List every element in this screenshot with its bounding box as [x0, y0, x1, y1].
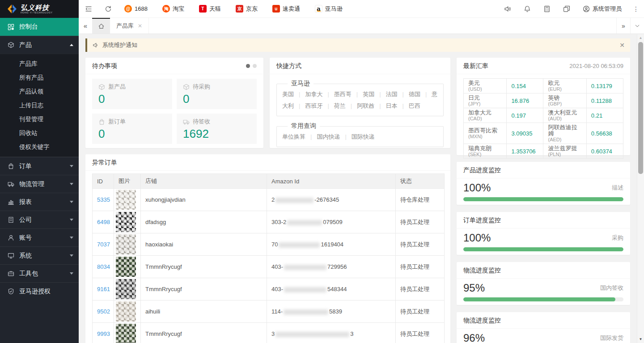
sidebar-subitem[interactable]: 回收站: [0, 126, 79, 140]
truck-icon: [183, 119, 190, 125]
orders-table: ID 图片 店铺 Amazon Id 状态 5335: [92, 174, 445, 343]
theme-layout-button[interactable]: [557, 0, 576, 18]
shortcut-link[interactable]: 巴西: [398, 102, 420, 109]
tabs-menu-button[interactable]: [630, 18, 644, 34]
sidebar-subitem[interactable]: 上传日志: [0, 98, 79, 112]
sidebar-item-label: 物流管理: [19, 180, 44, 188]
refresh-button[interactable]: [98, 0, 118, 18]
marketplace-link[interactable]: 京 京东: [236, 5, 258, 13]
rate-row: 瑞典克朗(SEK) 1.353706 波兰兹罗提(PLN) 0.60374: [464, 144, 623, 159]
chevron-down-icon: [70, 165, 73, 167]
sidebar-item[interactable]: 系统: [0, 246, 79, 264]
order-table-row: 5335 xuhongjiajvdian 2-2676345 待仓库处理: [93, 189, 445, 211]
sidebar-item[interactable]: 账号: [0, 229, 79, 246]
sidebar-item[interactable]: 公司: [0, 211, 79, 229]
todo-card-title: 待办事项: [92, 58, 117, 74]
progress-bar: [463, 197, 623, 201]
marketplace-link[interactable]: @ 1688: [124, 5, 148, 13]
scroll-down-arrow[interactable]: ▼: [637, 336, 644, 343]
amazon-id-suffix: 548344: [327, 286, 347, 292]
vertical-scrollbar[interactable]: ▲ ▼: [637, 34, 644, 343]
more-menu-button[interactable]: ⋮: [628, 5, 644, 13]
shortcut-link[interactable]: 英国: [352, 91, 374, 97]
sidebar-item[interactable]: 亚马逊授权: [0, 282, 79, 300]
shortcut-group: 亚马逊 美国加拿大墨西哥英国法国德国意大利西班牙荷兰阿联酋日本巴西: [276, 80, 444, 116]
marketplace-link[interactable]: 淘 淘宝: [162, 5, 184, 13]
close-icon[interactable]: ✕: [619, 42, 625, 49]
marketplace-link[interactable]: T 天猫: [199, 5, 221, 13]
todo-stat-tile[interactable]: 待签收 1692: [177, 114, 257, 144]
order-id-link[interactable]: 7037: [97, 241, 110, 248]
dashboard-icon: [8, 24, 14, 30]
todo-card: 待办事项 新产品: [85, 58, 263, 148]
order-id-link[interactable]: 9502: [97, 308, 110, 315]
shortcut-link[interactable]: 日本: [374, 102, 397, 109]
sidebar-subitem[interactable]: 刊登管理: [0, 112, 79, 126]
brand-logo[interactable]: 弘义科技 HONG YI TECHNOLOGY: [0, 0, 79, 18]
scroll-up-arrow[interactable]: ▲: [637, 35, 644, 41]
order-status: 待员工处理: [396, 301, 445, 323]
carousel-dot[interactable]: [253, 64, 257, 68]
order-shop-name: xuhongjiajvdian: [141, 189, 267, 211]
sidebar-subitem[interactable]: 产品库: [0, 57, 79, 71]
order-id-link[interactable]: 6498: [97, 219, 110, 225]
shortcut-link[interactable]: 国内快递: [305, 133, 340, 140]
tabs-scroll-right-button[interactable]: »: [616, 18, 630, 34]
shortcut-link[interactable]: 荷兰: [322, 102, 345, 109]
announcement-button[interactable]: [498, 0, 517, 18]
shortcut-link[interactable]: 德国: [398, 91, 420, 97]
monitor-stage-label: 采购: [612, 234, 623, 242]
carousel-dot-active[interactable]: [246, 64, 250, 68]
order-id-link[interactable]: 8034: [97, 263, 110, 270]
collapse-sidebar-button[interactable]: [79, 0, 98, 18]
sidebar-item-label: 账号: [19, 234, 32, 242]
sidebar-subitem[interactable]: 侵权关键字: [0, 140, 79, 154]
calculator-button[interactable]: [537, 0, 557, 18]
bell-icon: [524, 5, 531, 13]
order-id-link[interactable]: 5335: [97, 196, 110, 203]
currency-rate: 0.21: [586, 108, 623, 123]
monitor-percent: 95%: [463, 282, 485, 294]
tabs-scroll-left-button[interactable]: «: [79, 18, 92, 34]
tab-product-library[interactable]: 产品库 ✕: [110, 18, 149, 34]
marketplace-link[interactable]: u 速卖通: [272, 5, 300, 13]
currency-rate: 0.60374: [586, 144, 623, 159]
sidebar-item-product[interactable]: 产品: [0, 36, 79, 54]
sidebar-subitem[interactable]: 产品认领: [0, 85, 79, 98]
sidebar-item[interactable]: 订单: [0, 157, 79, 175]
megaphone-icon: [93, 42, 99, 48]
sidebar-item[interactable]: 报表: [0, 193, 79, 211]
shortcut-link[interactable]: 国际快递: [340, 133, 374, 140]
order-id-link[interactable]: 9161: [97, 286, 110, 292]
tab-home[interactable]: [92, 18, 110, 34]
cube-icon: [183, 84, 190, 90]
todo-stat-tile[interactable]: 新产品 0: [92, 79, 172, 109]
user-menu[interactable]: 系统管理员: [576, 0, 628, 18]
scrollbar-thumb[interactable]: [638, 42, 643, 174]
currency-name: 墨西哥比索: [468, 127, 502, 134]
shortcut-link[interactable]: 单位换算: [282, 133, 305, 140]
marketplace-icon: u: [272, 5, 280, 13]
sidebar-subitem[interactable]: 所有产品: [0, 71, 79, 85]
sidebar-item-console[interactable]: 控制台: [0, 18, 79, 36]
shortcut-link[interactable]: 西班牙: [294, 102, 322, 109]
order-shop-name: TmmnRrycugf: [141, 323, 267, 343]
notifications-button[interactable]: [517, 0, 537, 18]
sidebar-item[interactable]: 工具包: [0, 264, 79, 282]
todo-stat-tile[interactable]: 新订单 0: [92, 114, 172, 144]
order-id-link[interactable]: 9993: [97, 330, 110, 337]
shortcut-link[interactable]: 法国: [374, 91, 397, 97]
shortcut-link[interactable]: 墨西哥: [322, 91, 351, 97]
amazon-id-prefix: 3: [271, 330, 275, 337]
shortcut-link[interactable]: 阿联酋: [346, 102, 374, 109]
sidebar-item[interactable]: 物流管理: [0, 175, 79, 193]
shortcut-link[interactable]: 加拿大: [294, 91, 322, 97]
currency-rate: 3.09035: [507, 123, 543, 144]
marketplace-link[interactable]: a 亚马逊: [315, 5, 343, 13]
tab-close-icon[interactable]: ✕: [138, 23, 142, 29]
sidebar-item-label: 产品: [19, 41, 32, 49]
shortcut-link[interactable]: 美国: [282, 91, 294, 97]
notice-text[interactable]: 系统维护通知: [102, 41, 137, 49]
currency-rate: 0.11288: [586, 93, 623, 108]
todo-stat-tile[interactable]: 待采购 0: [177, 79, 257, 109]
